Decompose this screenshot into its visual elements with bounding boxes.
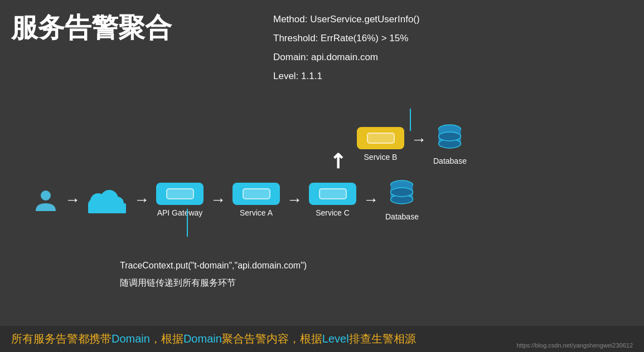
trace-context-text: TraceContext.put("t-domain","api.domain.… <box>120 261 307 271</box>
cloud-icon <box>87 185 127 214</box>
threshold-text: Threshold: ErrRate(16%) > 15% <box>273 29 420 48</box>
cloud-node <box>87 185 127 214</box>
bottom-text-part1: 所有服务告警都携带 <box>11 331 112 346</box>
service-c-inner <box>319 188 347 199</box>
database1-node: Database <box>433 123 467 165</box>
api-gateway-box <box>156 183 204 205</box>
diag-arrow-to-serviceB: ↗ <box>323 147 352 175</box>
service-c-box <box>309 183 356 205</box>
database2-label: Database <box>385 212 419 221</box>
svg-point-4 <box>41 190 51 201</box>
bottom-text-part4: 排查生警相源 <box>349 331 416 346</box>
arrow-serviceA-serviceC: → <box>287 192 302 208</box>
user-icon <box>33 188 58 212</box>
service-a-label: Service A <box>240 208 273 217</box>
service-b-inner <box>367 133 395 144</box>
bottom-text-domain2: Domain <box>183 333 222 345</box>
service-b-label: Service B <box>364 153 398 162</box>
bottom-text-level: Level <box>322 333 349 345</box>
service-c-node: Service C <box>309 183 356 217</box>
arrow-serviceC-db2: → <box>363 192 379 208</box>
bottom-text-domain1: Domain <box>112 333 150 345</box>
database2-icon <box>386 178 417 209</box>
database1-icon <box>434 123 465 153</box>
bottom-text-part2: ，根据 <box>150 331 183 346</box>
service-b-box <box>357 127 404 149</box>
database2-node: Database <box>385 178 419 221</box>
service-a-node: Service A <box>233 183 280 217</box>
level-text: Level: 1.1.1 <box>273 67 420 86</box>
api-gateway-inner <box>166 188 194 199</box>
svg-point-13 <box>391 188 413 197</box>
api-gateway-node: API Gateway <box>156 183 204 217</box>
top-flow-row: Service B → Database <box>357 123 467 165</box>
service-b-node: Service B <box>357 127 404 162</box>
watermark: https://blog.csdn.net/yangshengwei230612 <box>516 342 633 349</box>
database1-label: Database <box>433 157 467 165</box>
service-c-label: Service C <box>316 208 350 217</box>
method-text: Method: UserService.getUserInfo() <box>273 10 420 29</box>
chain-text: 随调用链传递到所有服务环节 <box>120 277 236 289</box>
api-gateway-label: API Gateway <box>157 208 203 217</box>
domain-text: Domain: api.domain.com <box>273 48 420 67</box>
arrow-cloud-gateway: → <box>134 192 149 208</box>
arrow-serviceB-db1: → <box>411 132 427 148</box>
arrow-user-cloud: → <box>65 192 80 208</box>
info-panel: Method: UserService.getUserInfo() Thresh… <box>273 10 420 86</box>
bottom-text-part3: 聚合告警内容，根据 <box>222 331 322 346</box>
svg-rect-9 <box>88 203 126 213</box>
arrow-gateway-serviceA: → <box>210 192 226 208</box>
api-gateway-vert-line <box>187 209 188 237</box>
service-a-inner <box>243 188 270 199</box>
service-a-box <box>233 183 280 205</box>
page-title: 服务告警聚合 <box>11 10 172 46</box>
svg-point-3 <box>439 132 461 141</box>
main-flow-row: → → API Gateway → Service A → Service <box>33 178 419 221</box>
user-node <box>33 188 58 212</box>
